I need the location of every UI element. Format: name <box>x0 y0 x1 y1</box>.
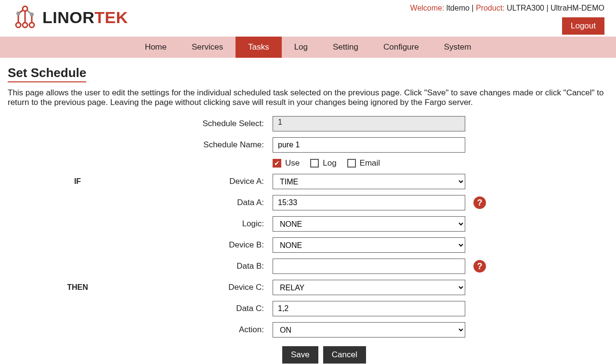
action-select[interactable]: ON <box>273 322 465 338</box>
dataB-label: Data B: <box>162 261 273 271</box>
dataA-input[interactable] <box>273 195 465 210</box>
schedule-name-input[interactable] <box>273 137 465 153</box>
email-checkbox-label: Email <box>347 158 380 168</box>
logic-label: Logic: <box>162 219 273 229</box>
welcome-line: Welcome: ltdemo | Product: ULTRA300 | Ul… <box>410 4 604 13</box>
deviceA-label: Device A: <box>162 177 273 186</box>
use-checkbox-label: ✔ Use <box>273 158 300 168</box>
email-checkbox[interactable] <box>347 159 356 168</box>
dataB-input[interactable] <box>273 259 465 274</box>
logic-select[interactable]: NONE <box>273 216 465 232</box>
dataC-label: Data C: <box>162 304 273 313</box>
brand-logo: LINORTEK <box>12 4 128 31</box>
help-icon[interactable]: ? <box>473 196 486 209</box>
log-checkbox-label: Log <box>310 158 336 168</box>
main-nav: HomeServicesTasksLogSettingConfigureSyst… <box>0 37 616 58</box>
dataC-input[interactable] <box>273 301 465 316</box>
svg-point-6 <box>23 23 27 27</box>
page-description: This page allows the user to edit the se… <box>8 88 608 107</box>
save-button[interactable]: Save <box>282 346 318 364</box>
deviceB-label: Device B: <box>162 240 273 250</box>
logout-button[interactable]: Logout <box>562 17 604 35</box>
svg-point-7 <box>29 23 34 27</box>
deviceA-select[interactable]: TIME <box>273 174 465 189</box>
schedule-select-label: Schedule Select: <box>162 119 273 129</box>
then-label: THEN <box>8 283 162 292</box>
nav-item-configure[interactable]: Configure <box>371 37 432 58</box>
deviceC-select[interactable]: RELAY <box>273 280 465 295</box>
dataA-label: Data A: <box>162 198 273 208</box>
brand-text: LINORTEK <box>42 8 128 27</box>
nav-item-home[interactable]: Home <box>132 37 179 58</box>
svg-point-8 <box>23 6 27 11</box>
schedule-name-label: Schedule Name: <box>162 140 273 150</box>
log-checkbox[interactable] <box>310 159 319 168</box>
nav-item-tasks[interactable]: Tasks <box>236 37 281 58</box>
if-label: IF <box>8 177 162 186</box>
nav-item-system[interactable]: System <box>432 37 484 58</box>
nav-item-log[interactable]: Log <box>282 37 320 58</box>
svg-point-5 <box>16 23 21 27</box>
cancel-button[interactable]: Cancel <box>323 346 366 364</box>
action-label: Action: <box>162 325 273 335</box>
deviceB-select[interactable]: NONE <box>273 237 465 253</box>
use-checkbox[interactable]: ✔ <box>273 159 281 168</box>
nav-item-setting[interactable]: Setting <box>320 37 371 58</box>
svg-point-9 <box>16 12 20 15</box>
help-icon[interactable]: ? <box>473 260 486 273</box>
nav-item-services[interactable]: Services <box>179 37 236 58</box>
deviceC-label: Device C: <box>162 283 273 292</box>
logo-icon <box>12 4 39 31</box>
page-title: Set Schedule <box>8 65 86 82</box>
schedule-select-field: 1 <box>273 116 465 131</box>
svg-point-10 <box>30 13 34 16</box>
